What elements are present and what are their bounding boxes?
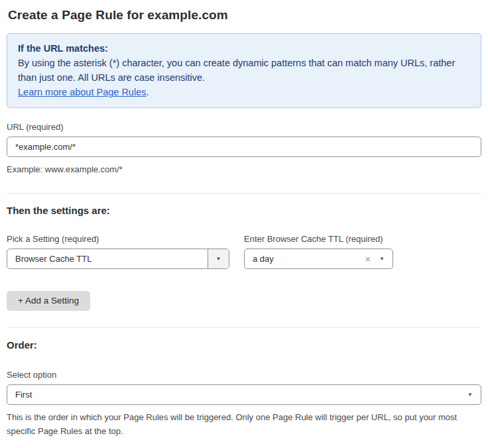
url-example-helper: Example: www.example.com/* <box>7 162 481 176</box>
url-match-info-callout: If the URL matches: By using the asteris… <box>7 33 481 108</box>
setting-select[interactable]: Browser Cache TTL ▼ <box>7 249 229 269</box>
url-field-label: URL (required) <box>7 122 481 132</box>
page-title: Create a Page Rule for example.com <box>8 8 481 23</box>
info-callout-body: By using the asterisk (*) character, you… <box>18 56 470 85</box>
order-select[interactable]: First ▼ <box>7 384 481 405</box>
divider <box>7 193 481 194</box>
setting-select-label: Pick a Setting (required) <box>7 234 229 244</box>
info-callout-link-line: Learn more about Page Rules. <box>18 85 470 99</box>
chevron-down-icon[interactable]: ▼ <box>208 249 229 268</box>
order-helper-text: This is the order in which your Page Rul… <box>7 410 481 438</box>
settings-section-heading: Then the settings are: <box>7 205 481 216</box>
settings-row: Pick a Setting (required) Browser Cache … <box>7 234 481 269</box>
setting-select-column: Pick a Setting (required) Browser Cache … <box>7 234 229 269</box>
add-setting-button[interactable]: + Add a Setting <box>7 291 90 311</box>
ttl-select[interactable]: a day × ▼ <box>244 249 393 269</box>
info-callout-heading: If the URL matches: <box>18 41 470 56</box>
divider <box>7 327 481 328</box>
order-select-label: Select option <box>7 370 481 380</box>
setting-select-value: Browser Cache TTL <box>7 254 91 264</box>
ttl-select-value: a day <box>245 254 274 264</box>
link-period: . <box>146 87 149 97</box>
order-section-heading: Order: <box>7 339 481 351</box>
ttl-select-controls: × ▼ <box>365 254 393 264</box>
order-select-controls: ▼ <box>467 392 481 398</box>
ttl-select-label: Enter Browser Cache TTL (required) <box>244 234 393 244</box>
url-input[interactable] <box>7 137 481 157</box>
chevron-down-icon[interactable]: ▼ <box>379 256 385 262</box>
learn-more-link[interactable]: Learn more about Page Rules <box>18 87 146 97</box>
clear-icon[interactable]: × <box>365 254 371 264</box>
order-select-value: First <box>7 390 32 400</box>
create-page-rule-form: Create a Page Rule for example.com If th… <box>0 0 488 448</box>
chevron-down-icon[interactable]: ▼ <box>467 392 473 398</box>
ttl-select-column: Enter Browser Cache TTL (required) a day… <box>244 234 393 269</box>
